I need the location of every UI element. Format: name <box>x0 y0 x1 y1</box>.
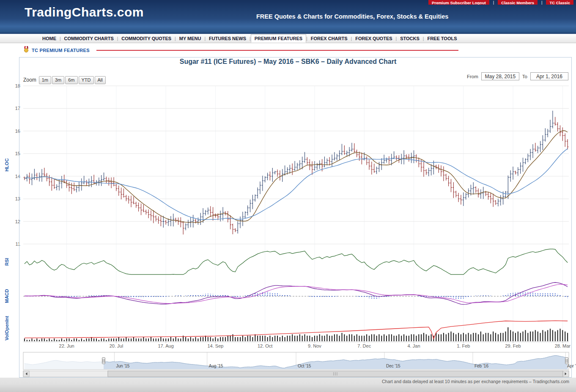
macd-line <box>25 282 568 304</box>
nav-item-forex-quotes[interactable]: FOREX QUOTES <box>352 35 395 42</box>
svg-text:11: 11 <box>16 241 20 247</box>
svg-text:15: 15 <box>15 151 20 156</box>
navigator-labels: Jun '15Aug '15Oct '15Dec '15Feb '16Apr '… <box>116 364 576 368</box>
zoom-button-6m[interactable]: 6m <box>65 76 77 84</box>
vertical-gridlines <box>67 86 563 341</box>
svg-text:HLOC: HLOC <box>4 158 9 171</box>
svg-text:16: 16 <box>15 129 20 134</box>
top-link-separator: | <box>541 0 542 5</box>
navigator-handle-left[interactable] <box>102 358 105 364</box>
zoom-button-3m[interactable]: 3m <box>52 76 64 84</box>
from-date-input[interactable] <box>481 72 519 80</box>
rsi-line <box>25 249 568 274</box>
zoom-button-all[interactable]: All <box>95 76 106 84</box>
sma-25-line <box>25 149 568 220</box>
nav-item-free-tools[interactable]: FREE TOOLS <box>424 35 460 42</box>
nav-item-futures-news[interactable]: FUTURES NEWS <box>206 35 250 42</box>
svg-text:14: 14 <box>15 174 20 179</box>
zoom-controls: Zoom 1m3m6mYTDAll <box>23 76 107 84</box>
scrollbar <box>23 371 569 377</box>
top-links: Premium Subscriber Logout|Classic Member… <box>428 0 573 5</box>
scrollbar-right-arrow[interactable] <box>563 371 569 377</box>
chart-plot-area[interactable] <box>23 86 569 341</box>
svg-text:22. Jun: 22. Jun <box>59 343 74 348</box>
page: Premium Subscriber Logout|Classic Member… <box>0 0 576 392</box>
nav-item-stocks[interactable]: STOCKS <box>397 35 423 42</box>
macd-pane <box>23 282 569 304</box>
navigator-area <box>25 356 568 369</box>
navigator-handle-right[interactable] <box>565 358 568 364</box>
macd-histogram <box>42 292 568 299</box>
zoom-button-group: 1m3m6mYTDAll <box>39 76 107 84</box>
svg-text:Apr '16: Apr '16 <box>567 364 576 368</box>
zoom-button-1m[interactable]: 1m <box>39 76 51 84</box>
chart-title: Sugar #11 (ICE Futures) – May 2016 – SBK… <box>0 58 576 66</box>
y-axis-labels: 1112131415161718 <box>15 83 20 247</box>
navigator-ticks <box>114 352 565 370</box>
nav-item-forex-charts[interactable]: FOREX CHARTS <box>307 35 351 42</box>
svg-text:Feb '16: Feb '16 <box>475 364 488 368</box>
svg-text:20. Jul: 20. Jul <box>110 343 123 348</box>
svg-text:17. Aug: 17. Aug <box>158 343 173 348</box>
svg-text:VolOpenInt: VolOpenInt <box>4 316 9 340</box>
svg-text:29. Feb: 29. Feb <box>505 343 521 348</box>
nav-item-commodity-charts[interactable]: COMMODITY CHARTS <box>61 35 117 42</box>
svg-text:1. Feb: 1. Feb <box>457 343 470 348</box>
navigator-unselected-mask <box>23 353 104 369</box>
top-link-premium-subscriber-logout[interactable]: Premium Subscriber Logout <box>428 0 489 5</box>
nav-item-commodity-quotes[interactable]: COMMODITY QUOTES <box>118 35 175 42</box>
premium-banner-label[interactable]: TC PREMIUM FEATURES <box>32 48 90 53</box>
svg-text:Aug '15: Aug '15 <box>209 364 223 368</box>
nav-item-premium-features[interactable]: PREMIUM FEATURES <box>251 34 306 43</box>
site-header: Premium Subscriber Logout|Classic Member… <box>0 0 576 34</box>
open-interest-line <box>25 321 568 339</box>
site-logo[interactable]: TradingCharts.com <box>25 5 144 19</box>
svg-text:7. Dec: 7. Dec <box>357 343 371 348</box>
header-tagline: FREE Quotes & Charts for Commodities, Fo… <box>256 13 448 20</box>
scrollbar-thumb[interactable] <box>108 371 563 377</box>
premium-medal-icon <box>24 46 29 55</box>
main-grid <box>23 86 569 244</box>
svg-text:12: 12 <box>15 219 20 224</box>
premium-banner: TC PREMIUM FEATURES <box>24 47 90 54</box>
macd-signal-line <box>25 284 568 303</box>
top-link-classic-members[interactable]: Classic Members <box>498 0 538 5</box>
chart-disclaimer: Chart and data delayed at least 10 minut… <box>382 379 569 384</box>
to-date-input[interactable] <box>530 72 568 80</box>
premium-divider-line <box>96 50 458 51</box>
svg-text:MACD: MACD <box>4 289 9 303</box>
main-nav: HOME|COMMODITY CHARTS|COMMODITY QUOTES|M… <box>0 34 576 43</box>
nav-item-home[interactable]: HOME <box>39 35 60 42</box>
svg-text:18: 18 <box>15 83 20 88</box>
sma-9-line <box>25 131 568 222</box>
navigator: Jun '15Aug '15Oct '15Dec '15Feb '16Apr '… <box>23 352 576 370</box>
svg-text:Oct '15: Oct '15 <box>298 364 311 368</box>
zoom-button-ytd[interactable]: YTD <box>79 76 94 84</box>
svg-text:13: 13 <box>15 196 20 201</box>
ohlc-bars <box>24 111 569 235</box>
zoom-label: Zoom <box>23 77 36 83</box>
svg-text:28. Mar: 28. Mar <box>555 343 571 348</box>
nav-item-my-menu[interactable]: MY MENU <box>176 35 205 42</box>
to-label: To <box>522 74 527 79</box>
top-link-separator: | <box>493 0 494 5</box>
svg-text:RSI: RSI <box>4 258 9 266</box>
svg-text:4. Jan: 4. Jan <box>408 343 420 348</box>
svg-text:14. Sep: 14. Sep <box>207 343 223 348</box>
svg-text:12. Oct: 12. Oct <box>258 343 272 348</box>
scrollbar-left-arrow[interactable] <box>23 371 29 377</box>
svg-text:Jun '15: Jun '15 <box>116 364 129 368</box>
svg-text:9. Nov: 9. Nov <box>308 343 321 348</box>
x-axis: 22. Jun20. Jul17. Aug14. Sep12. Oct9. No… <box>23 342 571 349</box>
pane-labels: HLOCRSIMACDVolOpenInt <box>4 158 9 340</box>
svg-text:Dec '15: Dec '15 <box>386 364 400 368</box>
svg-text:17: 17 <box>15 106 20 111</box>
range-selector: From To <box>467 72 568 80</box>
volume-bars <box>24 327 568 341</box>
bottom-strip: Chart and data delayed at least 10 minut… <box>0 378 576 392</box>
from-label: From <box>467 74 478 79</box>
top-link-tc-classic[interactable]: TC Classic <box>546 0 573 5</box>
